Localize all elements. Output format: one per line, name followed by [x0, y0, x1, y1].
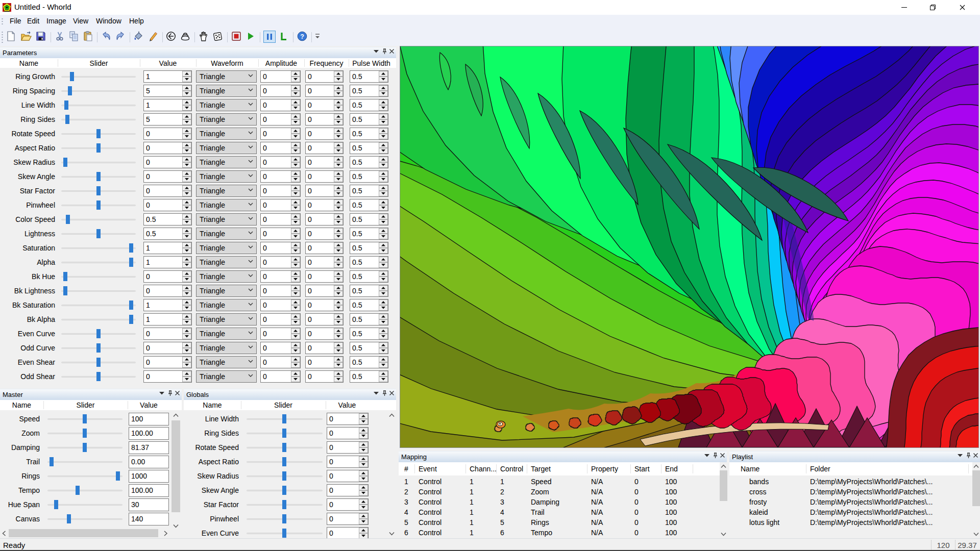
svg-text:?: ?: [300, 33, 304, 40]
